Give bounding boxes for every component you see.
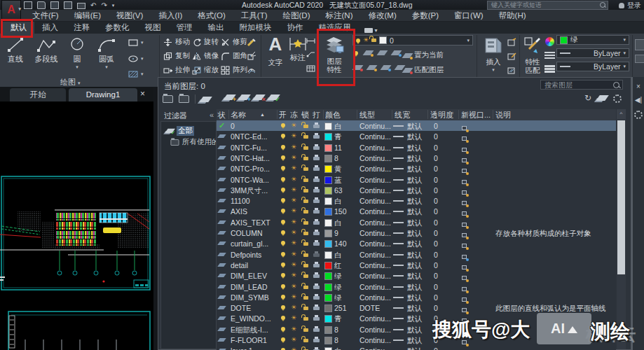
layer-name[interactable]: 0NTC-Hat... [231,154,270,162]
layer-on-icon[interactable] [281,188,285,192]
layer-color-swatch[interactable] [324,240,332,248]
layer-plot-icon[interactable] [313,296,320,300]
layer-row[interactable]: 0NTC-Ed...☀青Continu...默认0 [217,131,616,141]
layer-lineweight[interactable]: 默认 [407,144,422,153]
layer-name[interactable]: DIM_SYMB [231,293,269,302]
layer-transparency[interactable]: 0 [434,304,438,312]
layer-settings-icon[interactable] [598,95,607,101]
layer-linetype[interactable]: Continu... [359,272,391,280]
layer-lineweight[interactable]: 默认 [407,154,422,164]
linetype-dropdown[interactable]: ByLayer ▾ [556,48,629,58]
layer-row[interactable]: Defpoints☀白Continu...默认0 [217,249,616,260]
ribbon-tab-参数化[interactable]: 参数化 [97,22,137,34]
layer-on-icon[interactable] [281,316,285,320]
ribbon-display-toggle[interactable]: ▾ [364,27,378,34]
layer-freeze-icon[interactable]: ☀ [291,294,296,300]
new-layer-vp-icon[interactable]: + [240,94,249,100]
layer-lock-icon[interactable] [303,167,308,171]
qat-dropdown-icon[interactable]: ▾ [112,2,115,9]
layer-transparency[interactable]: 0 [434,346,438,350]
layer-thaw-icon[interactable] [368,65,376,70]
menu-item-8[interactable]: 修改(M) [361,10,403,22]
menu-item-1[interactable]: 编辑(E) [67,10,108,22]
layer-states-manager-icon[interactable] [201,97,210,102]
object-color-dropdown[interactable]: 绿 ▾ [556,35,629,45]
layer-linetype[interactable]: Continu... [359,229,391,237]
layer-plot-icon[interactable] [313,339,320,342]
layer-lock-icon[interactable] [303,125,308,128]
leader-icon[interactable] [306,51,315,57]
app-menu-button[interactable]: A▾ [1,0,21,20]
layer-name[interactable]: 0 [231,122,235,130]
layer-on-icon[interactable] [281,305,285,309]
set-current-button[interactable]: 置为当前 [404,50,444,60]
layer-color-swatch[interactable] [324,251,332,259]
layer-row[interactable]: detail☀红Continu...默认0 [217,260,616,270]
layer-lock-icon[interactable] [303,178,308,182]
layer-lineweight[interactable]: 默认 [407,326,422,335]
match-layer-button[interactable]: 匹配图层 [404,65,444,75]
layer-linetype[interactable]: Continu... [359,164,391,173]
layer-lock-icon[interactable] [303,232,308,235]
layer-row[interactable]: AXIS☀150Continu...默认0 [217,206,616,216]
layer-lock-icon[interactable] [303,157,308,160]
column-header-8[interactable]: 线宽 [395,110,410,120]
layer-row[interactable]: 0NTC-Pro...☀黄Continu...默认0 [217,163,616,174]
layer-lineweight[interactable]: 默认 [407,207,422,217]
layer-freeze-icon[interactable]: ☀ [291,176,296,183]
arc-tool[interactable]: 圆弧▾ [93,36,121,70]
layer-row[interactable]: DIM_LEAD☀绿Continu...默认0 [217,281,616,292]
layer-linetype[interactable]: Continu... [359,207,391,216]
layer-lineweight[interactable]: 默认 [407,261,422,271]
menu-item-5[interactable]: 工具(T) [234,10,275,22]
line-tool[interactable]: 直线 [3,36,28,64]
layer-linetype[interactable]: DOTE [359,304,380,312]
layer-lineweight[interactable]: 默认 [407,272,422,281]
layer-name[interactable]: AXIS_TEXT [231,218,270,227]
filter-used-item[interactable]: 所有使用的图层 [170,137,217,147]
layer-name[interactable]: AXIS [231,207,247,216]
layer-freeze-icon[interactable]: ☀ [291,337,296,343]
layer-lock-icon[interactable] [303,135,308,139]
layer-on-icon[interactable] [281,273,285,277]
layer-on-icon[interactable] [281,166,285,170]
ribbon-tab-协作[interactable]: 协作 [280,22,311,34]
layer-name[interactable]: DOTE [231,304,251,312]
layer-freeze-icon[interactable]: ☀ [291,122,296,129]
layer-lock-icon[interactable] [303,146,308,150]
redo-icon[interactable]: ↷ [101,2,107,9]
new-layer-icon[interactable]: + [225,94,234,100]
layer-transparency[interactable]: 0 [434,132,438,141]
layer-lock-icon[interactable] [303,328,308,332]
layer-lineweight[interactable]: 默认 [407,229,422,239]
layer-plot-icon[interactable] [313,328,320,332]
layer-freeze-icon[interactable]: ☀ [291,315,296,321]
layer-on-icon[interactable] [281,209,285,213]
layer-plot-icon[interactable] [313,200,320,203]
layer-row[interactable]: DIM_SYMB☀绿Continu...默认0 [217,292,616,302]
layer-row[interactable]: E_WINDO...☀青Continu...默认0 [217,313,616,323]
layer-freeze-icon[interactable]: ☀ [291,165,296,172]
circle-tool[interactable]: 圆▾ [64,36,90,70]
layer-lineweight[interactable]: 默认 [407,176,422,186]
layer-transparency[interactable]: 0 [434,261,438,270]
layer-row[interactable]: 3MM尺寸...☀63Continu...默认0 [217,185,616,195]
layer-on-icon[interactable] [281,145,285,149]
layer-on-icon[interactable] [281,262,285,267]
layer-plot-icon[interactable] [313,232,320,235]
copy-tool[interactable]: 复制 [163,51,190,61]
layer-freeze-icon[interactable]: ☀ [291,304,296,311]
layer-row[interactable]: F-FLOOR1☀8Continu...默认0 [217,335,616,345]
layer-color-swatch[interactable] [324,122,332,130]
layer-freeze-icon[interactable]: ☀ [291,272,296,279]
menu-item-9[interactable]: 参数(P) [405,10,446,22]
block-attributes-icon[interactable] [507,66,516,74]
layer-freeze-icon[interactable]: ☀ [291,133,296,139]
layer-lineweight[interactable]: 默认 [407,283,422,293]
layer-freeze-icon[interactable]: ☀ [291,240,296,246]
layer-lineweight[interactable]: 默认 [407,336,422,346]
layer-freeze-icon[interactable]: ☀ [291,347,296,350]
layer-freeze-icon[interactable]: ☀ [291,155,296,161]
layer-row[interactable]: ✓0☀白Continu...默认0 [217,120,616,131]
layer-linetype[interactable]: Continu... [359,218,391,227]
